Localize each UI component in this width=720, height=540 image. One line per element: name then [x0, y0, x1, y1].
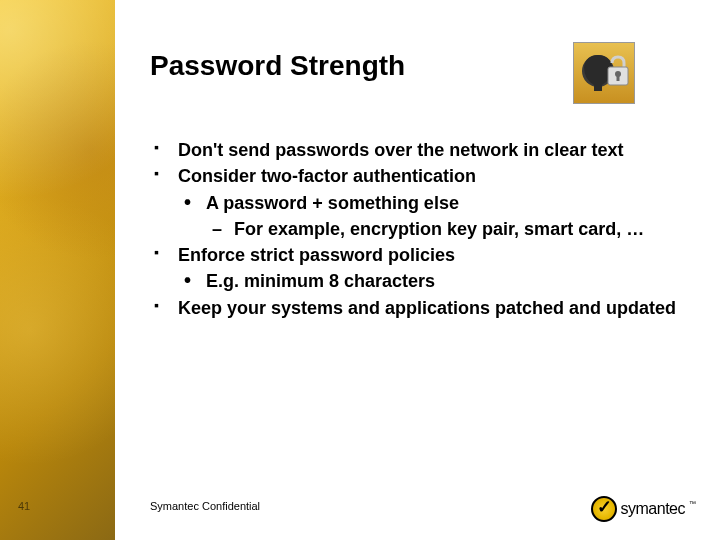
logo-text: symantec — [621, 500, 685, 518]
list-item: Keep your systems and applications patch… — [150, 296, 680, 320]
list-item: E.g. minimum 8 characters — [150, 269, 680, 293]
footer-label: Symantec Confidential — [150, 500, 260, 512]
page-number: 41 — [18, 500, 30, 512]
bullet-list: Don't send passwords over the network in… — [150, 138, 680, 322]
slide-title: Password Strength — [150, 50, 405, 82]
list-item: Consider two-factor authentication — [150, 164, 680, 188]
list-item: For example, encryption key pair, smart … — [150, 217, 680, 241]
logo-trademark: ™ — [689, 500, 696, 507]
decorative-left-stripe — [0, 0, 115, 540]
symantec-logo: symantec ™ — [591, 496, 696, 522]
svg-rect-3 — [617, 75, 620, 81]
list-item: Enforce strict password policies — [150, 243, 680, 267]
logo-checkmark-icon — [591, 496, 617, 522]
list-item: Don't send passwords over the network in… — [150, 138, 680, 162]
list-item: A password + something else — [150, 191, 680, 215]
head-padlock-icon — [573, 42, 635, 104]
